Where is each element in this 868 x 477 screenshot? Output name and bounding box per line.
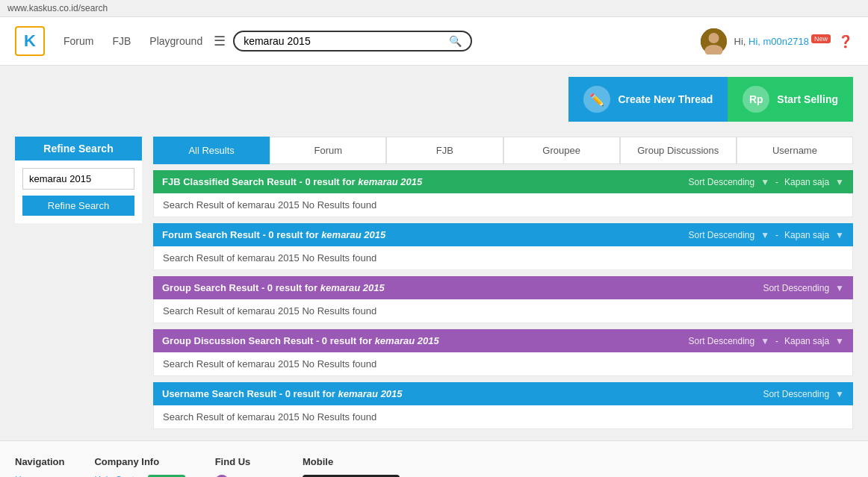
username: Hi, m00n2718 <box>748 36 809 47</box>
gd-sort-sep: - <box>775 336 778 346</box>
username-sort-arrow[interactable]: ▼ <box>835 389 844 399</box>
search-panel: Refine Search Refine Search All Results … <box>15 137 853 429</box>
fjb-result-body: Search Result of kemarau 2015 No Results… <box>153 193 853 217</box>
tab-group-discussions[interactable]: Group Discussions <box>620 137 737 164</box>
forum-result-header: Forum Search Result - 0 result for kemar… <box>153 223 853 246</box>
fjb-result-header: FJB Classified Search Result - 0 result … <box>153 170 853 193</box>
fjb-result-title: FJB Classified Search Result - 0 result … <box>162 176 422 187</box>
avatar <box>701 28 727 54</box>
sort-separator: - <box>775 177 778 187</box>
footer-navigation: Navigation Home Forum Jual Beli <box>15 456 64 477</box>
help-icon[interactable]: ❓ <box>838 34 853 49</box>
nav-forum[interactable]: Forum <box>63 35 93 47</box>
nav-playground[interactable]: Playground <box>149 35 202 47</box>
content-area: ✏️ Create New Thread Rp Start Selling Re… <box>0 66 868 440</box>
sort2-arrow[interactable]: ▼ <box>835 177 844 187</box>
fjb-result-sort: Sort Descending ▼ - Kapan saja ▼ <box>688 177 844 187</box>
refine-button[interactable]: Refine Search <box>22 196 134 216</box>
username-result-header: Username Search Result - 0 result for ke… <box>153 382 853 405</box>
new-badge: New <box>811 34 831 43</box>
forum-sort-arrow[interactable]: ▼ <box>760 230 769 240</box>
footer-findus: Find Us M MindTalk In Instagram F Forum … <box>215 456 273 477</box>
footer-mobile: Mobile 📱 m.kaskus.co.id ▶ GET IT ON Goog… <box>303 456 400 477</box>
logo[interactable]: K <box>15 26 45 56</box>
gd-sort-arrow[interactable]: ▼ <box>760 336 769 346</box>
tabs: All Results Forum FJB Groupee Group Disc… <box>153 137 853 164</box>
nav-fjb[interactable]: FJB <box>112 35 131 47</box>
groupdiscussion-result-body: Search Result of kemarau 2015 No Results… <box>153 352 853 376</box>
username-result-section: Username Search Result - 0 result for ke… <box>153 382 853 429</box>
svg-point-1 <box>708 33 719 43</box>
start-selling-button[interactable]: Rp Start Selling <box>728 77 853 122</box>
refine-header: Refine Search <box>15 137 142 160</box>
username-result-body: Search Result of kemarau 2015 No Results… <box>153 405 853 429</box>
search-input[interactable] <box>244 35 449 47</box>
group-result-sort: Sort Descending ▼ <box>763 283 844 293</box>
main-header: K Forum FJB Playground ☰ 🔍 Hi, Hi, m00n2… <box>0 17 868 66</box>
footer-nav-title: Navigation <box>15 456 64 467</box>
gd-sort2-arrow[interactable]: ▼ <box>835 336 844 346</box>
logo-letter: K <box>24 31 36 51</box>
footer-findus-title: Find Us <box>215 456 273 467</box>
groupdiscussion-result-section: Group Discussion Search Result - 0 resul… <box>153 329 853 376</box>
forum-result-title: Forum Search Result - 0 result for kemar… <box>162 229 385 240</box>
action-buttons: ✏️ Create New Thread Rp Start Selling <box>15 77 853 122</box>
header-right: Hi, Hi, m00n2718New ❓ <box>701 28 853 54</box>
forum-sort-sep: - <box>775 230 778 240</box>
groupdiscussion-result-sort: Sort Descending ▼ - Kapan saja ▼ <box>688 336 844 346</box>
group-result-section: Group Search Result - 0 result for kemar… <box>153 276 853 323</box>
user-greeting: Hi, Hi, m00n2718New <box>734 35 831 47</box>
search-bar: 🔍 <box>233 31 472 52</box>
create-thread-button[interactable]: ✏️ Create New Thread <box>568 77 728 122</box>
results-area: All Results Forum FJB Groupee Group Disc… <box>153 137 853 429</box>
footer: Navigation Home Forum Jual Beli Company … <box>0 440 868 477</box>
username-result-sort: Sort Descending ▼ <box>763 389 844 399</box>
groupdiscussion-result-header: Group Discussion Search Result - 0 resul… <box>153 329 853 352</box>
nav-links: Forum FJB Playground <box>63 35 202 47</box>
refine-input[interactable] <box>22 168 134 190</box>
tab-fjb[interactable]: FJB <box>386 137 503 164</box>
forum-result-body: Search Result of kemarau 2015 No Results… <box>153 246 853 270</box>
tab-groupee[interactable]: Groupee <box>503 137 620 164</box>
groupdiscussion-result-title: Group Discussion Search Result - 0 resul… <box>162 335 439 346</box>
hamburger-icon[interactable]: ☰ <box>214 33 226 49</box>
pencil-icon: ✏️ <box>583 86 610 113</box>
footer-company-title: Company Info <box>94 456 185 467</box>
group-result-title: Group Search Result - 0 result for kemar… <box>162 282 385 293</box>
search-icon[interactable]: 🔍 <box>449 35 462 47</box>
group-result-body: Search Result of kemarau 2015 No Results… <box>153 299 853 323</box>
tab-all-results[interactable]: All Results <box>153 137 270 164</box>
fjb-result-section: FJB Classified Search Result - 0 result … <box>153 170 853 217</box>
sort-arrow[interactable]: ▼ <box>760 177 769 187</box>
refine-sidebar: Refine Search Refine Search <box>15 137 142 429</box>
group-sort-arrow[interactable]: ▼ <box>835 283 844 293</box>
browser-url-bar: www.kaskus.co.id/search <box>0 0 868 17</box>
forum-result-sort: Sort Descending ▼ - Kapan saja ▼ <box>688 230 844 240</box>
forum-result-section: Forum Search Result - 0 result for kemar… <box>153 223 853 270</box>
tab-username[interactable]: Username <box>737 137 853 164</box>
footer-company: Company Info Help Center Updated About U… <box>94 456 185 477</box>
rp-icon: Rp <box>743 86 769 113</box>
tab-forum[interactable]: Forum <box>270 137 386 164</box>
forum-sort2-arrow[interactable]: ▼ <box>835 230 844 240</box>
refine-body: Refine Search <box>15 160 142 223</box>
footer-mobile-title: Mobile <box>303 456 400 467</box>
username-result-title: Username Search Result - 0 result for ke… <box>162 388 403 399</box>
group-result-header: Group Search Result - 0 result for kemar… <box>153 276 853 299</box>
